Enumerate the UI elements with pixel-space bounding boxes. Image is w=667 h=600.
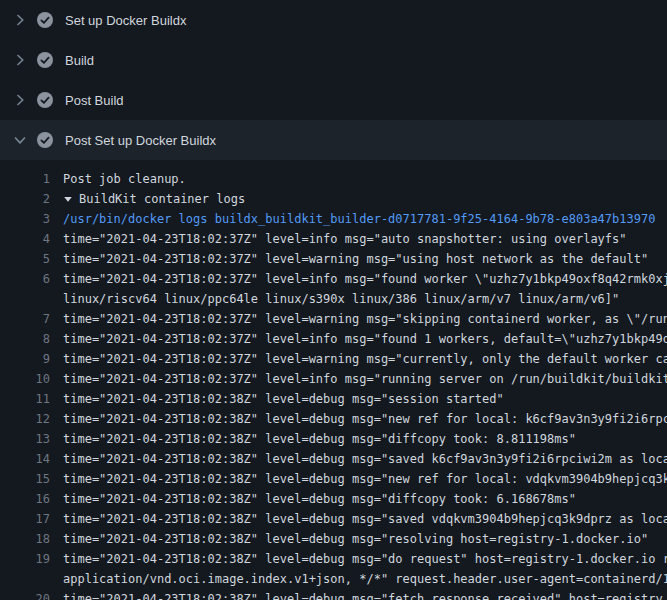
log-text: time="2021-04-23T18:02:38Z" level=debug …: [63, 449, 667, 469]
chevron-right-icon: [12, 12, 28, 28]
log-group: BuildKit container logs: [63, 189, 245, 209]
log-text: linux/riscv64 linux/ppc64le linux/s390x …: [63, 289, 619, 309]
step-row-set-up-docker-buildx[interactable]: Set up Docker Buildx: [0, 0, 667, 40]
log-text: time="2021-04-23T18:02:37Z" level=info m…: [63, 369, 667, 389]
line-number: [0, 569, 50, 589]
log-line: 14time="2021-04-23T18:02:38Z" level=debu…: [0, 449, 667, 469]
log-command: /usr/bin/docker logs buildx_buildkit_bui…: [63, 209, 655, 229]
check-circle-icon: [37, 132, 53, 148]
line-number[interactable]: 19: [0, 549, 50, 569]
line-number[interactable]: 10: [0, 369, 50, 389]
log-text: time="2021-04-23T18:02:37Z" level=info m…: [63, 269, 667, 289]
log-text: time="2021-04-23T18:02:38Z" level=debug …: [63, 389, 504, 409]
log-line: 1Post job cleanup.: [0, 169, 667, 189]
step-row-post-build[interactable]: Post Build: [0, 80, 667, 120]
chevron-down-icon: [12, 132, 28, 148]
log-line: 17time="2021-04-23T18:02:38Z" level=debu…: [0, 509, 667, 529]
log-line: 3/usr/bin/docker logs buildx_buildkit_bu…: [0, 209, 667, 229]
check-circle-icon: [37, 92, 53, 108]
step-row-build[interactable]: Build: [0, 40, 667, 80]
chevron-right-icon: [12, 92, 28, 108]
chevron-right-icon: [12, 52, 28, 68]
log-line: 20time="2021-04-23T18:02:38Z" level=debu…: [0, 589, 667, 600]
line-number: [0, 289, 50, 309]
line-number[interactable]: 16: [0, 489, 50, 509]
log-text: time="2021-04-23T18:02:38Z" level=debug …: [63, 489, 576, 509]
line-number[interactable]: 14: [0, 449, 50, 469]
log-text: time="2021-04-23T18:02:38Z" level=debug …: [63, 469, 667, 489]
log-text: time="2021-04-23T18:02:38Z" level=debug …: [63, 509, 667, 529]
log-text: time="2021-04-23T18:02:37Z" level=warnin…: [63, 249, 648, 269]
log-text: time="2021-04-23T18:02:38Z" level=debug …: [63, 589, 663, 600]
line-number[interactable]: 11: [0, 389, 50, 409]
line-number[interactable]: 17: [0, 509, 50, 529]
step-label: Post Set up Docker Buildx: [65, 133, 216, 148]
log-text: time="2021-04-23T18:02:37Z" level=warnin…: [63, 309, 667, 329]
log-line: application/vnd.oci.image.index.v1+json,…: [0, 569, 667, 589]
log-line: 10time="2021-04-23T18:02:37Z" level=info…: [0, 369, 667, 389]
triangle-down-icon: [63, 194, 73, 204]
line-number[interactable]: 15: [0, 469, 50, 489]
line-number[interactable]: 8: [0, 329, 50, 349]
step-label: Post Build: [65, 93, 124, 108]
log-line: 15time="2021-04-23T18:02:38Z" level=debu…: [0, 469, 667, 489]
line-number[interactable]: 2: [0, 189, 50, 209]
log-line: 6time="2021-04-23T18:02:37Z" level=info …: [0, 269, 667, 289]
log-line: 8time="2021-04-23T18:02:37Z" level=info …: [0, 329, 667, 349]
log-line: 19time="2021-04-23T18:02:38Z" level=debu…: [0, 549, 667, 569]
log-text: time="2021-04-23T18:02:37Z" level=info m…: [63, 329, 667, 349]
log-line: linux/riscv64 linux/ppc64le linux/s390x …: [0, 289, 667, 309]
log-text: time="2021-04-23T18:02:38Z" level=debug …: [63, 549, 667, 569]
log-group-label: BuildKit container logs: [79, 192, 245, 206]
step-label: Build: [65, 53, 94, 68]
step-label: Set up Docker Buildx: [65, 13, 186, 28]
log-viewer: 1Post job cleanup.2BuildKit container lo…: [0, 160, 667, 600]
log-line: 13time="2021-04-23T18:02:38Z" level=debu…: [0, 429, 667, 449]
line-number[interactable]: 1: [0, 169, 50, 189]
line-number[interactable]: 5: [0, 249, 50, 269]
check-circle-icon: [37, 12, 53, 28]
log-line: 9time="2021-04-23T18:02:37Z" level=warni…: [0, 349, 667, 369]
log-line: 7time="2021-04-23T18:02:37Z" level=warni…: [0, 309, 667, 329]
log-text: time="2021-04-23T18:02:38Z" level=debug …: [63, 529, 648, 549]
line-number[interactable]: 6: [0, 269, 50, 289]
line-number[interactable]: 12: [0, 409, 50, 429]
line-number[interactable]: 18: [0, 529, 50, 549]
log-line: 5time="2021-04-23T18:02:37Z" level=warni…: [0, 249, 667, 269]
log-line: 4time="2021-04-23T18:02:37Z" level=info …: [0, 229, 667, 249]
log-line: 12time="2021-04-23T18:02:38Z" level=debu…: [0, 409, 667, 429]
line-number[interactable]: 7: [0, 309, 50, 329]
log-line: 18time="2021-04-23T18:02:38Z" level=debu…: [0, 529, 667, 549]
line-number[interactable]: 4: [0, 229, 50, 249]
log-text: time="2021-04-23T18:02:38Z" level=debug …: [63, 429, 576, 449]
line-number[interactable]: 3: [0, 209, 50, 229]
workflow-steps-panel: Set up Docker BuildxBuildPost BuildPost …: [0, 0, 667, 160]
step-row-post-set-up-docker-buildx[interactable]: Post Set up Docker Buildx: [0, 120, 667, 160]
line-number[interactable]: 20: [0, 589, 50, 600]
log-text: time="2021-04-23T18:02:38Z" level=debug …: [63, 409, 667, 429]
log-text: application/vnd.oci.image.index.v1+json,…: [63, 569, 667, 589]
log-line: 16time="2021-04-23T18:02:38Z" level=debu…: [0, 489, 667, 509]
log-line: 11time="2021-04-23T18:02:38Z" level=debu…: [0, 389, 667, 409]
line-number[interactable]: 9: [0, 349, 50, 369]
log-group-toggle[interactable]: 2BuildKit container logs: [0, 189, 667, 209]
log-text: time="2021-04-23T18:02:37Z" level=warnin…: [63, 349, 667, 369]
check-circle-icon: [37, 52, 53, 68]
log-text: Post job cleanup.: [63, 169, 186, 189]
log-text: time="2021-04-23T18:02:37Z" level=info m…: [63, 229, 627, 249]
line-number[interactable]: 13: [0, 429, 50, 449]
